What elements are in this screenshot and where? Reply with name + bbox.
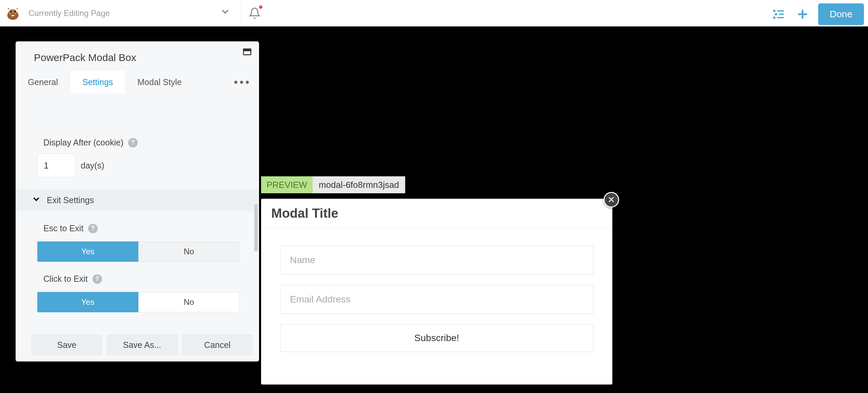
popout-window-icon[interactable]	[243, 48, 252, 57]
outline-list-icon[interactable]	[771, 6, 787, 22]
chevron-down-icon	[31, 194, 41, 207]
svg-rect-15	[243, 49, 251, 51]
save-button[interactable]: Save	[31, 334, 102, 355]
tab-more-icon[interactable]	[234, 81, 259, 84]
add-plus-icon[interactable]	[794, 6, 811, 22]
panel-body[interactable]: Display After (cookie) ? day(s) Exit Set…	[16, 94, 259, 330]
svg-rect-5	[12, 15, 14, 16]
tab-modal-style[interactable]: Modal Style	[125, 71, 194, 94]
display-after-input[interactable]	[37, 154, 75, 177]
page-dropdown-chevron-icon[interactable]	[217, 3, 233, 20]
click-to-exit-label: Click to Exit	[43, 274, 88, 284]
beaver-logo-icon	[3, 4, 22, 23]
save-as-button[interactable]: Save As...	[106, 334, 178, 355]
esc-no-button[interactable]: No	[138, 241, 239, 262]
subscribe-button[interactable]: Subscribe!	[280, 324, 593, 352]
display-after-unit: day(s)	[81, 161, 104, 171]
svg-point-8	[775, 14, 776, 15]
help-icon[interactable]: ?	[88, 224, 98, 233]
settings-panel: PowerPack Modal Box General Settings Mod…	[16, 41, 259, 361]
help-icon[interactable]: ?	[93, 274, 102, 284]
modal-preview: ✕ Modal Title Subscribe!	[261, 199, 612, 385]
tab-settings[interactable]: Settings	[70, 71, 125, 94]
scrollbar-thumb[interactable]	[254, 204, 258, 252]
email-input[interactable]	[280, 285, 593, 314]
panel-title: PowerPack Modal Box	[34, 52, 136, 63]
exit-settings-section-toggle[interactable]: Exit Settings	[16, 189, 259, 211]
click-no-button[interactable]: No	[138, 292, 239, 312]
click-yes-button[interactable]: Yes	[37, 292, 138, 312]
exit-settings-label: Exit Settings	[47, 195, 94, 205]
click-to-exit-toggle: Yes No	[37, 292, 239, 312]
esc-yes-button[interactable]: Yes	[37, 241, 138, 262]
svg-point-10	[774, 17, 775, 18]
panel-header: PowerPack Modal Box	[16, 41, 259, 71]
close-icon[interactable]: ✕	[604, 192, 619, 208]
done-button[interactable]: Done	[818, 3, 864, 25]
preview-badge: PREVIEW	[261, 176, 313, 193]
preview-id: modal-6fo8rmn3jsad	[313, 176, 405, 193]
tab-bar: General Settings Modal Style	[16, 71, 259, 94]
modal-title: Modal Title	[271, 206, 602, 221]
svg-point-6	[774, 10, 775, 11]
top-toolbar: Currently Editing Page Done	[0, 0, 868, 26]
esc-to-exit-toggle: Yes No	[37, 241, 239, 262]
divider	[241, 0, 242, 26]
preview-tag: PREVIEW modal-6fo8rmn3jsad	[261, 176, 405, 193]
notifications-bell-icon[interactable]	[248, 6, 262, 20]
help-icon[interactable]: ?	[128, 138, 138, 148]
name-input[interactable]	[280, 245, 593, 275]
panel-footer: Save Save As... Cancel	[16, 330, 259, 361]
display-after-label: Display After (cookie)	[43, 138, 123, 148]
tab-general[interactable]: General	[16, 71, 70, 94]
cancel-button[interactable]: Cancel	[182, 334, 253, 355]
notification-dot-icon	[259, 5, 262, 9]
esc-to-exit-label: Esc to Exit	[43, 223, 83, 233]
svg-point-2	[10, 11, 12, 13]
svg-point-3	[14, 11, 16, 13]
page-title: Currently Editing Page	[28, 8, 110, 18]
